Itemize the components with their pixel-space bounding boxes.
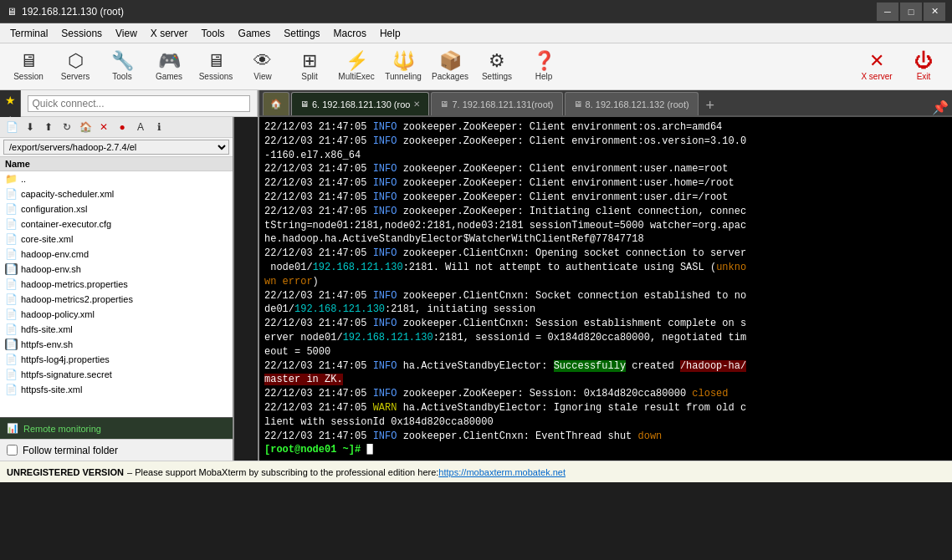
file-cancel-button[interactable]: ✕ [95,119,112,135]
file-remote-button[interactable]: ● [114,119,131,135]
file-icon: 📄 [5,248,18,260]
toolbar-session-label: Session [13,72,44,81]
help-icon: ❓ [533,52,555,70]
tab-7-label: 7. 192.168.121.131(root) [452,99,553,109]
follow-folder-checkbox[interactable] [7,445,18,456]
toolbar-split[interactable]: ⊞ Split [288,47,331,87]
mobatek-link[interactable]: https://mobaxterm.mobatek.net [438,467,566,477]
support-text: – Please support MobaXterm by subscribin… [127,467,438,477]
menu-sessions[interactable]: Sessions [54,24,109,43]
toolbar-tools[interactable]: 🔧 Tools [100,47,144,87]
tab-6-close[interactable]: ✕ [413,99,420,109]
toolbar-exit[interactable]: ⏻ Exit [902,47,945,87]
list-item[interactable]: 📄 capacity-scheduler.xml [0,186,233,201]
toolbar-view[interactable]: 👁 View [241,47,284,87]
view-icon: 👁 [253,52,272,70]
path-select[interactable]: /export/servers/hadoop-2.7.4/el [3,140,229,155]
settings-icon: ⚙ [489,52,505,70]
remote-monitoring-bar[interactable]: 📊 Remote monitoring [0,417,233,439]
status-bar: UNREGISTERED VERSION – Please support Mo… [0,461,952,482]
left-icon-star[interactable]: ★ [1,94,19,107]
file-icon: 📄 [5,323,18,335]
file-refresh-button[interactable]: ↻ [59,119,75,135]
maximize-button[interactable]: □ [900,3,922,21]
menu-macros[interactable]: Macros [327,24,373,43]
list-item[interactable]: 📄 hadoop-metrics2.properties [0,292,233,307]
xserver-icon: ✕ [869,52,884,70]
tab-add-button[interactable]: + [700,95,720,115]
list-item[interactable]: 📁 .. [0,171,233,186]
toolbar-packages[interactable]: 📦 Packages [428,47,472,87]
list-item[interactable]: 📄 configuration.xsl [0,201,233,216]
list-item[interactable]: 📄 core-site.xml [0,232,233,247]
menu-settings[interactable]: Settings [277,24,326,43]
toolbar-xserver[interactable]: ✕ X server [855,47,898,87]
file-icon: 📄 [5,203,18,215]
file-text-button[interactable]: A [132,119,149,135]
menu-xserver[interactable]: X server [144,24,195,43]
tab-6[interactable]: 🖥 6. 192.168.121.130 (roo ✕ [291,92,429,115]
toolbar-settings[interactable]: ⚙ Settings [475,47,519,87]
tab-8[interactable]: 🖥 8. 192.168.121.132 (root) [565,92,699,115]
toolbar-multiexec[interactable]: ⚡ MultiExec [335,47,378,87]
tools-icon: 🔧 [111,52,134,70]
list-item[interactable]: 📄 httpfs-log4j.properties [0,352,233,367]
list-item[interactable]: 📄 hadoop-metrics.properties [0,277,233,292]
menu-help[interactable]: Help [373,24,407,43]
file-list: Name 📁 .. 📄 capacity-scheduler.xml 📄 con… [0,157,233,417]
tab-6-icon: 🖥 [300,99,309,109]
menu-terminal[interactable]: Terminal [3,24,54,43]
list-item[interactable]: 📄 httpfs-env.sh [0,337,233,352]
toolbar-help[interactable]: ❓ Help [522,47,566,87]
list-item[interactable]: 📄 httpsfs-site.xml [0,382,233,397]
toolbar-tunneling[interactable]: 🔱 Tunneling [381,47,425,87]
close-button[interactable]: ✕ [924,3,945,21]
exit-icon: ⏻ [914,52,933,70]
file-icon: 📄 [5,369,18,380]
file-icon: 📄 [5,188,18,200]
unreg-label: UNREGISTERED VERSION [7,467,124,477]
list-item[interactable]: 📄 hadoop-env.cmd [0,247,233,262]
toolbar-sessions-label: Sessions [199,72,233,81]
toolbar-exit-label: Exit [917,72,931,81]
home-tab[interactable]: 🏠 [263,92,289,115]
file-icon: 📄 [5,278,18,290]
toolbar-games[interactable]: 🎮 Games [147,47,191,87]
list-item[interactable]: 📄 container-executor.cfg [0,216,233,232]
file-info-button[interactable]: ℹ [151,119,167,135]
remote-monitoring-label: Remote monitoring [23,424,101,434]
file-icon: 📄 [5,293,18,305]
toolbar-servers[interactable]: ⬡ Servers [54,47,97,87]
list-item[interactable]: 📄 hadoop-env.sh [0,262,233,277]
tab-pin-icon[interactable]: 📌 [932,99,949,115]
packages-icon: 📦 [439,52,462,70]
quick-connect-bar [21,90,258,117]
menu-games[interactable]: Games [232,24,278,43]
quick-connect-input[interactable] [28,95,250,112]
list-item[interactable]: 📄 httpfs-signature.secret [0,367,233,382]
tab-7[interactable]: 🖥 7. 192.168.121.131(root) [431,92,562,115]
tab-bar: 🏠 🖥 6. 192.168.121.130 (roo ✕ 🖥 7. 192.1… [259,90,952,117]
minimize-button[interactable]: ─ [877,3,898,21]
file-icon: 📄 [5,263,18,275]
toolbar-session[interactable]: 🖥 Session [7,47,50,87]
toolbar-servers-label: Servers [61,72,90,81]
sessions-icon: 🖥 [207,52,225,70]
multiexec-icon: ⚡ [345,52,368,70]
menu-tools[interactable]: Tools [195,24,232,43]
file-icon: 📄 [5,233,18,245]
toolbar-sessions[interactable]: 🖥 Sessions [194,47,238,87]
file-new-button[interactable]: 📄 [3,119,20,135]
list-item[interactable]: 📄 hadoop-policy.xml [0,307,233,322]
list-item[interactable]: 📄 hdfs-site.xml [0,322,233,337]
terminal-area[interactable]: 22/12/03 21:47:05 INFO zookeeper.ZooKeep… [259,117,952,461]
tab-7-icon: 🖥 [440,99,448,109]
menu-view[interactable]: View [109,24,144,43]
toolbar-packages-label: Packages [432,72,468,81]
file-toolbar: 📄 ⬇ ⬆ ↻ 🏠 ✕ ● A ℹ [0,117,233,138]
file-download-button[interactable]: ⬇ [22,119,38,135]
file-upload-button[interactable]: ⬆ [40,119,57,135]
file-home-button[interactable]: 🏠 [77,119,94,135]
menu-bar: Terminal Sessions View X server Tools Ga… [0,23,952,43]
tab-8-label: 8. 192.168.121.132 (root) [586,99,689,109]
